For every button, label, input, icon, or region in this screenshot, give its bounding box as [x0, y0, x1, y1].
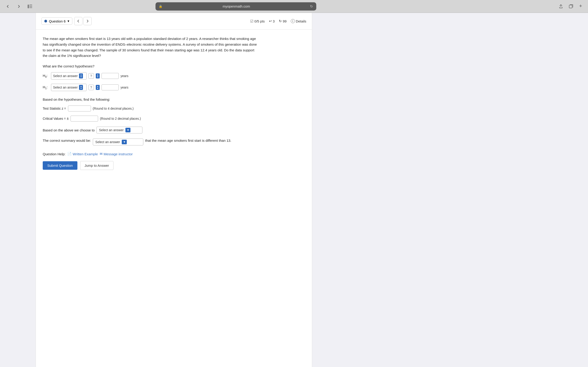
message-instructor-link[interactable]: ✉ Message instructor	[100, 152, 133, 156]
details-link[interactable]: i Details	[291, 19, 306, 23]
share-button[interactable]	[557, 2, 565, 10]
h1-row: H1: Select an answer ▲ ▼ ? ▲ ▼ year	[43, 84, 305, 91]
choose-select-text: Select an answer	[99, 128, 124, 132]
critical-values-prefix: Critical Values = ±	[43, 117, 69, 121]
action-buttons: Submit Question Jump to Answer	[43, 161, 305, 170]
pts-badge: ☑ 0/5 pts	[250, 19, 265, 23]
attempts-badge: ↩ 3	[269, 19, 275, 23]
check-icon: ☑	[250, 19, 253, 23]
h0-years-label: years	[121, 74, 128, 78]
svg-rect-0	[27, 5, 29, 8]
add-tab-button[interactable]: +	[577, 2, 584, 10]
h0-op-arrow-down: ▼	[97, 76, 99, 78]
h0-blue-arrows[interactable]: ▲ ▼	[79, 73, 83, 78]
choose-chevron-icon: ▼	[125, 128, 130, 132]
submit-button[interactable]: Submit Question	[43, 161, 78, 170]
message-instructor-label: Message instructor	[104, 152, 133, 156]
choose-prefix: Based on the above we choose to	[43, 128, 95, 132]
address-bar[interactable]: 🔒 myopenmath.com ↻	[156, 2, 316, 10]
lock-icon: 🔒	[159, 5, 162, 8]
remaining-badge: ↻ 99	[279, 19, 287, 23]
undo-icon: ↩	[269, 19, 272, 23]
forward-button[interactable]	[15, 2, 23, 10]
find-label: Based on the hypotheses, find the follow…	[43, 98, 305, 101]
pts-value: 0/5 pts	[254, 19, 265, 23]
back-button[interactable]	[4, 2, 12, 10]
h0-arrow-down: ▼	[80, 76, 82, 78]
mail-icon: ✉	[100, 152, 103, 156]
question-dot	[44, 20, 47, 23]
summary-select-text: Select an answer	[95, 140, 120, 144]
question-text: The mean age when smokers first start is…	[43, 36, 259, 59]
question-header: Question 6 ▾	[36, 13, 312, 30]
question-label: Question 6	[49, 19, 66, 23]
question-nav	[74, 17, 92, 25]
url-text: myopenmath.com	[164, 4, 308, 8]
h0-year-input[interactable]	[102, 73, 119, 79]
h1-select-text: Select an answer	[53, 85, 78, 89]
h0-select-text: Select an answer	[53, 74, 78, 78]
svg-rect-4	[569, 5, 572, 8]
svg-rect-1	[30, 5, 32, 5]
critical-values-suffix: (Round to 2 decimal places.)	[100, 117, 141, 120]
window-button[interactable]	[567, 2, 575, 10]
critical-values-row: Critical Values = ± (Round to 2 decimal …	[43, 116, 305, 122]
main-content: Question 6 ▾	[36, 13, 312, 367]
svg-rect-2	[30, 6, 32, 7]
info-icon: i	[291, 19, 295, 23]
help-label: Question Help:	[43, 152, 65, 156]
hypotheses-label: What are the correct hypotheses?	[43, 64, 305, 68]
question-selector: Question 6 ▾	[41, 17, 92, 25]
question-dropdown[interactable]: Question 6 ▾	[41, 17, 72, 25]
h0-label: H0:	[43, 74, 49, 78]
summary-chevron-icon: ▼	[122, 140, 127, 144]
sidebar-toggle-button[interactable]	[26, 2, 34, 10]
test-stat-prefix: Test Statistic z =	[43, 107, 66, 110]
svg-rect-3	[30, 7, 32, 8]
choose-row: Based on the above we choose to Select a…	[43, 127, 305, 133]
details-label: Details	[296, 19, 306, 23]
h1-select-dropdown[interactable]: Select an answer ▲ ▼	[51, 84, 86, 91]
h1-year-input[interactable]	[102, 84, 119, 90]
h0-row: H0: Select an answer ▲ ▼ ? ▲ ▼ year	[43, 72, 305, 80]
summary-row: The correct summary would be: Select an …	[43, 139, 305, 145]
hypothesis-section: H0: Select an answer ▲ ▼ ? ▲ ▼ year	[43, 72, 305, 91]
h0-question-btn[interactable]: ?	[88, 73, 94, 79]
browser-chrome: 🔒 myopenmath.com ↻ +	[0, 0, 588, 13]
critical-values-input[interactable]	[70, 116, 98, 122]
h0-select-dropdown[interactable]: Select an answer ▲ ▼	[51, 72, 86, 80]
h0-operator-arrows[interactable]: ▲ ▼	[96, 73, 100, 78]
left-margin	[0, 13, 36, 367]
test-stat-input[interactable]	[68, 106, 91, 111]
jump-to-answer-button[interactable]: Jump to Answer	[80, 161, 113, 170]
question-meta: ☑ 0/5 pts ↩ 3 ↻ 99 i Details	[250, 19, 306, 23]
h1-question-btn[interactable]: ?	[88, 85, 94, 90]
dropdown-arrow: ▾	[68, 19, 69, 23]
summary-suffix: that the mean age smokers first start is…	[145, 139, 231, 142]
refresh-small-icon: ↻	[279, 19, 282, 23]
next-question-button[interactable]	[83, 17, 92, 25]
h1-arrow-down: ▼	[80, 87, 82, 90]
summary-prefix: The correct summary would be:	[43, 139, 91, 142]
page-wrapper: Question 6 ▾	[0, 13, 588, 367]
find-section: Based on the hypotheses, find the follow…	[43, 98, 305, 122]
remaining-value: 99	[283, 19, 287, 23]
browser-actions: +	[557, 2, 584, 10]
prev-question-button[interactable]	[74, 17, 82, 25]
test-stat-suffix: (Round to 4 decimal places.)	[93, 107, 134, 110]
summary-dropdown[interactable]: Select an answer ▼	[93, 139, 143, 145]
help-row: Question Help: 📄 Written Example ✉ Messa…	[43, 152, 305, 156]
h1-operator-arrows[interactable]: ▲ ▼	[96, 85, 100, 90]
written-example-link[interactable]: 📄 Written Example	[67, 152, 98, 156]
doc-icon: 📄	[67, 152, 72, 156]
h1-label: H1:	[43, 85, 49, 90]
question-body: The mean age when smokers first start is…	[36, 30, 312, 176]
h1-blue-arrows[interactable]: ▲ ▼	[79, 85, 83, 90]
choose-dropdown[interactable]: Select an answer ▼	[96, 127, 142, 133]
attempts-value: 3	[273, 19, 275, 23]
refresh-icon[interactable]: ↻	[310, 4, 313, 8]
test-stat-row: Test Statistic z = (Round to 4 decimal p…	[43, 106, 305, 111]
written-example-label: Written Example	[73, 152, 98, 156]
h1-op-arrow-down: ▼	[97, 87, 99, 90]
h1-years-label: years	[121, 85, 128, 89]
